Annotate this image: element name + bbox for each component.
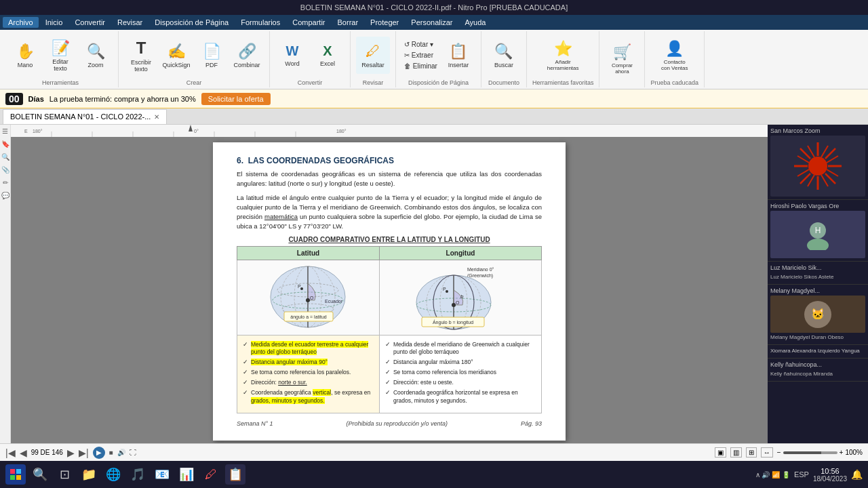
longitud-bullet-1: Medida desde el meridiano de Greenwich a… bbox=[385, 341, 536, 357]
btn-word[interactable]: W Word bbox=[275, 37, 309, 74]
excel-taskbar-btn[interactable]: 📊 bbox=[176, 464, 197, 485]
svg-line-53 bbox=[827, 156, 838, 163]
btn-excel[interactable]: X Excel bbox=[311, 37, 344, 74]
zoom-in-btn[interactable]: + bbox=[840, 449, 844, 456]
btn-resaltar[interactable]: 🖊 Resaltar bbox=[356, 37, 390, 74]
zoom-slider[interactable] bbox=[783, 451, 837, 454]
menu-archivo[interactable]: Archivo bbox=[3, 17, 39, 28]
btn-buscar[interactable]: 🔍 Buscar bbox=[487, 37, 521, 74]
menu-ayuda[interactable]: Ayuda bbox=[459, 17, 491, 28]
sanmarcos-logo bbox=[794, 142, 842, 190]
stop-btn[interactable]: ■ bbox=[109, 449, 113, 456]
prev-page-btn[interactable]: ◀ bbox=[20, 447, 27, 458]
btn-quicksign[interactable]: ✍ QuickSign bbox=[159, 37, 193, 74]
main-layout: ☰ 🔖 🔍 📎 ✏ 💬 E 180° 0° 180° bbox=[0, 125, 868, 443]
btn-pdf[interactable]: 📄 PDF bbox=[195, 37, 229, 74]
audio-btn[interactable]: 🔊 bbox=[117, 449, 125, 456]
mail-btn[interactable]: 📧 bbox=[152, 464, 172, 485]
next-page-btn[interactable]: ▶ bbox=[67, 447, 75, 458]
svg-point-60 bbox=[807, 239, 829, 250]
taskview-btn[interactable]: ⊡ bbox=[54, 464, 75, 485]
menu-revisar[interactable]: Revisar bbox=[112, 17, 148, 28]
files-btn[interactable]: 📁 bbox=[79, 464, 99, 485]
zoom-icon: 🔍 bbox=[87, 43, 105, 60]
menu-inicio[interactable]: Inicio bbox=[40, 17, 68, 28]
ribbon-group-contacto: 👤 Contactocon Ventas Prueba caducada bbox=[645, 31, 705, 87]
sidebar-icon-5[interactable]: ✏ bbox=[3, 179, 8, 186]
section-number: 6. bbox=[237, 156, 243, 165]
notifications-btn[interactable]: 🔔 bbox=[851, 469, 863, 480]
longitud-bullet-3: Se toma como referencia los meridianos bbox=[385, 369, 536, 377]
windows-logo bbox=[9, 468, 22, 481]
zoom-out-btn[interactable]: − bbox=[777, 449, 781, 456]
status-bar: |◀ ◀ 99 DE 146 ▶ ▶| ▶ ■ 🔊 ⛶ ▣ ▥ ⊞ ↔ − + … bbox=[0, 443, 868, 461]
btn-rotar[interactable]: ↺ Rotar ▾ bbox=[401, 39, 440, 49]
participant-melany-fullname: Melany Magdyel Duran Obeso bbox=[770, 333, 865, 342]
sidebar-icon-1[interactable]: ☰ bbox=[2, 127, 8, 135]
document-page: San Marcos 6. LAS COORDENADAS GEOGRÁFICA… bbox=[213, 142, 566, 441]
btn-editar[interactable]: 📝 Editartexto bbox=[43, 37, 77, 74]
btn-comprar[interactable]: 🛒 Comprarahora bbox=[605, 40, 639, 77]
svg-text:(Greenwich): (Greenwich) bbox=[467, 273, 493, 279]
svg-rect-67 bbox=[16, 475, 21, 480]
btn-combinar[interactable]: 🔗 Combinar bbox=[230, 37, 264, 74]
nitro-taskbar-btn[interactable]: 🖊 bbox=[201, 464, 221, 485]
dual-view-icon[interactable]: ▥ bbox=[730, 447, 742, 458]
time-display: 10:56 bbox=[821, 467, 840, 475]
btn-anadir[interactable]: ⭐ Añadirherramientas bbox=[546, 37, 580, 74]
play-button[interactable]: ▶ bbox=[93, 447, 105, 459]
tab-bar: BOLETIN SEMANA N°01 - CICLO 2022-... ✕ bbox=[0, 108, 868, 125]
search-taskbar-btn[interactable]: 🔍 bbox=[30, 464, 50, 485]
btn-extrae[interactable]: ✂ Extraer bbox=[401, 50, 440, 60]
btn-eliminar[interactable]: 🗑 Eliminar bbox=[401, 61, 440, 71]
notification-bar: 00 Días La prueba terminó: compra y ahor… bbox=[0, 89, 868, 108]
btn-escribir[interactable]: T Escribirtexto bbox=[124, 37, 158, 74]
menu-personalizar[interactable]: Personalizar bbox=[406, 17, 458, 28]
hiroshi-avatar: H bbox=[804, 220, 831, 250]
menu-proteger[interactable]: Proteger bbox=[365, 17, 404, 28]
svg-rect-65 bbox=[16, 469, 21, 474]
single-view-icon[interactable]: ▣ bbox=[715, 447, 726, 458]
fullscreen-btn[interactable]: ⛶ bbox=[130, 449, 136, 456]
fit-icon[interactable]: ↔ bbox=[761, 447, 773, 458]
nitro-active-btn[interactable]: 📋 bbox=[225, 464, 245, 485]
disposicion-label: Disposición de Página bbox=[408, 78, 469, 86]
close-tab-icon[interactable]: ✕ bbox=[154, 113, 159, 121]
btn-contacto[interactable]: 👤 Contactocon Ventas bbox=[658, 37, 692, 74]
menu-borrar[interactable]: Borrar bbox=[332, 17, 364, 28]
music-btn[interactable]: 🎵 bbox=[127, 464, 148, 485]
document-area: E 180° 0° 180° San Marcos bbox=[11, 125, 768, 443]
first-page-btn[interactable]: |◀ bbox=[5, 447, 16, 458]
paragraph-2: La latitud mide el ángulo entre cualquie… bbox=[237, 193, 542, 232]
grid-view-icon[interactable]: ⊞ bbox=[746, 447, 757, 458]
svg-text:180°: 180° bbox=[33, 129, 43, 134]
menu-disposicion[interactable]: Disposición de Página bbox=[149, 17, 234, 28]
svg-text:Meridiano 0°: Meridiano 0° bbox=[467, 267, 494, 272]
combine-icon: 🔗 bbox=[238, 43, 256, 60]
sidebar-icon-3[interactable]: 🔍 bbox=[1, 153, 9, 161]
btn-mano[interactable]: ✋ Mano bbox=[8, 37, 42, 74]
svg-text:H: H bbox=[815, 226, 821, 235]
menu-compartir[interactable]: Compartir bbox=[287, 17, 330, 28]
title-bar: BOLETIN SEMANA N°01 - CICLO 2022-II.pdf … bbox=[0, 0, 868, 15]
add-icon: ⭐ bbox=[554, 40, 572, 58]
sidebar-icon-2[interactable]: 🔖 bbox=[1, 140, 9, 148]
last-page-btn[interactable]: ▶| bbox=[79, 447, 89, 458]
participant-sanmarcos-video bbox=[770, 136, 865, 197]
edge-btn[interactable]: 🌐 bbox=[103, 464, 123, 485]
latitud-bullets-cell: Medida desde el ecuador terrestre a cual… bbox=[237, 335, 380, 413]
btn-zoom[interactable]: 🔍 Zoom bbox=[79, 37, 113, 74]
ribbon-group-favoritas: ⭐ Añadirherramientas Herramientas favori… bbox=[527, 31, 600, 87]
svg-line-52 bbox=[827, 169, 838, 176]
menu-convertir[interactable]: Convertir bbox=[69, 17, 111, 28]
start-button[interactable] bbox=[5, 464, 26, 485]
menu-formularios[interactable]: Formularios bbox=[235, 17, 285, 28]
btn-insertar[interactable]: 📋 Insertar bbox=[441, 37, 475, 74]
sidebar-icon-4[interactable]: 📎 bbox=[1, 166, 9, 174]
sidebar-icon-6[interactable]: 💬 bbox=[1, 192, 9, 199]
sign-icon: ✍ bbox=[167, 43, 186, 60]
insert-icon: 📋 bbox=[449, 43, 467, 60]
svg-text:Ángulo b = longitud: Ángulo b = longitud bbox=[433, 319, 473, 325]
offer-button[interactable]: Solicitar la oferta bbox=[201, 93, 271, 105]
document-tab[interactable]: BOLETIN SEMANA N°01 - CICLO 2022-... ✕ bbox=[3, 109, 167, 124]
